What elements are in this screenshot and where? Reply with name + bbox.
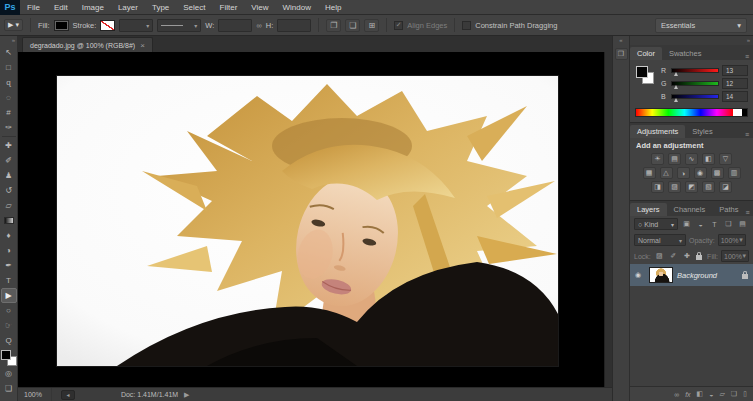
menu-view[interactable]: View <box>244 0 275 15</box>
adjustment-invert[interactable]: ◨ <box>651 181 664 193</box>
menu-edit[interactable]: Edit <box>47 0 75 15</box>
adjustment-vibrance[interactable]: ▽ <box>719 153 732 165</box>
add-layer-mask-icon[interactable]: ◧ <box>697 390 704 398</box>
tool-shape[interactable]: ○ <box>1 303 17 318</box>
link-layers-icon[interactable]: ∞ <box>674 391 679 398</box>
green-value-field[interactable]: 12 <box>722 78 748 89</box>
adjustment-color-balance[interactable]: △ <box>660 167 673 179</box>
menu-layer[interactable]: Layer <box>111 0 145 15</box>
tab-paths[interactable]: Paths <box>712 203 745 216</box>
adjustment-black-white[interactable]: ◑ <box>677 167 690 179</box>
layer-thumbnail[interactable] <box>649 267 673 283</box>
tab-adjustments[interactable]: Adjustments <box>630 125 685 138</box>
panel-menu-icon[interactable]: ≡ <box>745 209 753 216</box>
tool-eraser[interactable]: ▱ <box>1 198 17 213</box>
tool-gradient[interactable] <box>1 213 17 228</box>
layer-filter-dropdown[interactable]: ○ Kind ▾ <box>634 218 678 230</box>
tool-eyedropper[interactable]: ✑ <box>1 120 17 135</box>
menu-type[interactable]: Type <box>145 0 176 15</box>
tool-marquee[interactable]: □ <box>1 60 17 75</box>
layer-name[interactable]: Background <box>677 271 738 280</box>
tool-brush[interactable]: ✐ <box>1 153 17 168</box>
tool-pen[interactable]: ✒ <box>1 258 17 273</box>
adjustment-posterize[interactable]: ▨ <box>668 181 681 193</box>
adjustment-threshold[interactable]: ◩ <box>685 181 698 193</box>
filter-pixel-layers-icon[interactable]: ▣ <box>681 220 692 228</box>
foreground-color-swatch[interactable] <box>1 350 11 360</box>
panel-menu-icon[interactable]: ≡ <box>745 53 753 60</box>
tool-blur[interactable]: ♦ <box>1 228 17 243</box>
blue-slider[interactable] <box>671 94 719 99</box>
menu-image[interactable]: Image <box>75 0 111 15</box>
tab-color[interactable]: Color <box>630 47 662 60</box>
blue-value-field[interactable]: 14 <box>722 91 748 102</box>
tab-layers[interactable]: Layers <box>630 203 667 216</box>
adjustment-selective-color[interactable]: ◪ <box>719 181 732 193</box>
align-edges-checkbox[interactable]: ✓ <box>394 21 403 30</box>
stroke-width-field[interactable]: ▾ <box>119 19 153 32</box>
expand-panels-icon[interactable]: « <box>619 36 622 45</box>
adjustment-brightness-contrast[interactable]: ☀ <box>651 153 664 165</box>
tool-hand[interactable]: ☞ <box>1 318 17 333</box>
filter-adjustment-layers-icon[interactable]: ◒ <box>695 221 706 228</box>
tool-clone-stamp[interactable]: ♟ <box>1 168 17 183</box>
vertical-scrollbar[interactable] <box>604 52 612 387</box>
new-adjustment-layer-icon[interactable]: ◒ <box>709 391 713 398</box>
tool-preset-picker[interactable]: ▶ ▾ <box>4 19 23 31</box>
tool-spot-healing[interactable]: ✚ <box>1 138 17 153</box>
color-panel-swatches[interactable] <box>636 66 654 84</box>
visibility-eye-icon[interactable]: ◉ <box>635 271 645 279</box>
new-layer-icon[interactable]: ❏ <box>731 390 737 398</box>
link-dimensions-icon[interactable]: ∞ <box>256 21 261 30</box>
adjustment-exposure[interactable]: ◧ <box>702 153 715 165</box>
collapse-panels-icon[interactable]: » <box>630 36 753 45</box>
red-slider[interactable] <box>671 68 719 73</box>
width-input[interactable] <box>218 19 252 32</box>
zoom-level-field[interactable]: 100% <box>24 391 42 398</box>
tool-dodge[interactable]: ◑ <box>1 243 17 258</box>
collapsed-panel-button[interactable]: ❐ <box>615 48 628 60</box>
menu-select[interactable]: Select <box>176 0 212 15</box>
panel-menu-icon[interactable]: ≡ <box>745 131 753 138</box>
adjustment-channel-mixer[interactable]: ▩ <box>711 167 724 179</box>
tab-swatches[interactable]: Swatches <box>662 47 709 60</box>
opacity-field[interactable]: 100% ▾ <box>718 234 746 246</box>
constrain-path-dragging-checkbox[interactable] <box>462 21 471 30</box>
status-popup-arrow-icon[interactable]: ▶ <box>184 391 189 399</box>
menu-filter[interactable]: Filter <box>213 0 245 15</box>
tool-move[interactable]: ↖ <box>1 45 17 60</box>
tab-channels[interactable]: Channels <box>667 203 713 216</box>
tool-crop[interactable]: # <box>1 105 17 120</box>
foreground-color-swatch[interactable] <box>636 66 648 78</box>
tool-history-brush[interactable]: ↺ <box>1 183 17 198</box>
adjustment-gradient-map[interactable]: ▧ <box>702 181 715 193</box>
spectrum-black-swatch[interactable] <box>742 109 747 116</box>
tool-zoom[interactable]: Q <box>1 333 17 348</box>
red-value-field[interactable]: 13 <box>722 65 748 76</box>
fill-swatch[interactable] <box>54 20 69 31</box>
workspace-switcher[interactable]: Essentials ▾ <box>655 18 747 33</box>
path-arrangement-button[interactable]: ⊞ <box>364 19 379 32</box>
adjustment-color-lookup[interactable]: ▥ <box>728 167 741 179</box>
tool-quick-selection[interactable]: ◌ <box>1 90 17 105</box>
menu-help[interactable]: Help <box>318 0 348 15</box>
slider-thumb[interactable] <box>674 98 678 102</box>
filter-smart-objects-icon[interactable]: ▤ <box>737 220 748 228</box>
blend-mode-dropdown[interactable]: Normal ▾ <box>634 234 686 246</box>
slider-thumb[interactable] <box>674 85 678 89</box>
lock-transparency-icon[interactable]: ▨ <box>654 252 665 260</box>
path-operations-button[interactable]: ❐ <box>326 19 341 32</box>
height-input[interactable] <box>277 19 311 32</box>
close-icon[interactable]: × <box>140 41 145 50</box>
adjustment-photo-filter[interactable]: ◉ <box>694 167 707 179</box>
spectrum-white-swatch[interactable] <box>733 109 742 116</box>
screen-mode-button[interactable]: ❏ <box>1 381 17 396</box>
tool-type[interactable]: T <box>1 273 17 288</box>
menu-window[interactable]: Window <box>276 0 318 15</box>
filter-type-layers-icon[interactable]: T <box>709 221 720 228</box>
tool-lasso[interactable]: ɋ <box>1 75 17 90</box>
lock-position-icon[interactable]: ✚ <box>682 252 693 260</box>
layer-row-background[interactable]: ◉ Background <box>630 264 753 286</box>
collapse-toolbar-icon[interactable]: » <box>12 36 17 45</box>
status-badge-icon[interactable]: ◂ <box>61 390 75 400</box>
